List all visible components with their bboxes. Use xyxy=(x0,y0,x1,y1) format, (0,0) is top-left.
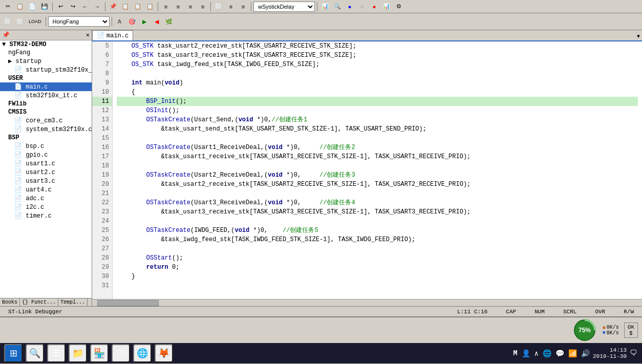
network-stats: ▲ 0K/s ▼ 0K/s xyxy=(603,325,619,336)
horizontal-scrollbar[interactable] xyxy=(92,299,642,306)
tree-item[interactable]: 📄 usart1.c xyxy=(0,159,92,168)
view2-button[interactable]: ≡ xyxy=(225,1,237,12)
tree-item[interactable]: ngFang xyxy=(0,49,92,57)
code-line: &task_usart1_receive_stk[TASK_USART1_REC… xyxy=(117,152,638,161)
taskbar-firefox[interactable]: 🦊 xyxy=(155,344,173,362)
debug3-icon[interactable]: ● xyxy=(369,1,380,12)
sidebar-tree[interactable]: ▼ STM32-DEMOngFang▶ startup📄 startup_stm… xyxy=(0,40,92,298)
code-line: return 0; xyxy=(117,263,638,272)
indent2-button[interactable]: ≡ xyxy=(173,1,184,12)
close-icon[interactable]: ✕ xyxy=(86,31,90,39)
start-button[interactable]: ⊞ xyxy=(4,344,23,362)
pin-icon[interactable]: 📌 xyxy=(2,31,10,39)
indent3-button[interactable]: ≡ xyxy=(185,1,196,12)
cut-button[interactable]: ✂ xyxy=(2,1,13,12)
tab-dropdown-arrow[interactable]: ▼ xyxy=(635,33,642,40)
tool5-button[interactable]: 🌿 xyxy=(163,16,175,27)
tree-item[interactable]: 📄 system_stm32f10x.c xyxy=(0,125,92,134)
view-button[interactable]: ⬜ xyxy=(213,1,224,12)
debug1-icon[interactable]: ● xyxy=(344,1,355,12)
ovr-status: OVR xyxy=(591,309,609,315)
view3-button[interactable]: ≡ xyxy=(238,1,249,12)
scrollbar-thumb[interactable] xyxy=(97,300,159,306)
taskbar-store[interactable]: 🏪 xyxy=(90,344,109,362)
back-button[interactable]: ← xyxy=(79,1,91,12)
taskbar-explorer[interactable]: 📁 xyxy=(69,344,87,362)
tree-item[interactable]: 📄 timer.c xyxy=(0,211,92,220)
tree-item[interactable]: CMSIS xyxy=(0,108,92,116)
clock-date: 2019-11-30 xyxy=(593,353,627,359)
tree-item[interactable]: 📄 uart4.c xyxy=(0,185,92,194)
line-number: 20 xyxy=(92,180,112,189)
project-dropdown[interactable]: HongFang xyxy=(48,16,110,27)
tree-item[interactable]: FWlib xyxy=(0,100,92,108)
function-dropdown[interactable]: wSystickDelay xyxy=(253,2,315,12)
new-file-button[interactable]: ⬜ xyxy=(2,16,13,27)
tree-item[interactable]: 📄 core_cm3.c xyxy=(0,116,92,125)
code-line: &task_usart2_receive_stk[TASK_USART2_REC… xyxy=(117,180,638,189)
undo-button[interactable]: ↩ xyxy=(55,1,66,12)
taskbar-volume-icon[interactable]: 🔊 xyxy=(580,348,591,359)
tree-item[interactable]: 📄 usart2.c xyxy=(0,168,92,177)
tab-functions[interactable]: {} Funct... xyxy=(20,298,58,306)
find-icon[interactable]: 🔍 xyxy=(332,1,343,12)
tool3-button[interactable]: ▶ xyxy=(139,16,150,27)
tree-item[interactable]: 📄 stm32f10x_it.c xyxy=(0,91,92,100)
save-button[interactable]: 💾 xyxy=(39,1,50,12)
line-number: 25 xyxy=(92,226,112,235)
tool1-button[interactable]: A xyxy=(114,16,125,27)
settings-icon[interactable]: ⚙ xyxy=(393,1,404,12)
build-icon[interactable]: 📊 xyxy=(319,1,331,12)
code-line xyxy=(117,134,638,143)
tree-item[interactable]: USER xyxy=(0,74,92,82)
tree-item[interactable]: BSP xyxy=(0,134,92,142)
tree-item[interactable]: 📄 main.c xyxy=(0,82,92,91)
tree-item[interactable]: 📄 adc.c xyxy=(0,194,92,203)
tree-item[interactable]: 📄 usart3.c xyxy=(0,177,92,185)
copy-button[interactable]: 📋 xyxy=(14,1,26,12)
taskbar-expand-icon[interactable]: ∧ xyxy=(533,348,540,359)
indent-button[interactable]: ≡ xyxy=(160,1,172,12)
taskbar-taskview[interactable]: ☰ xyxy=(47,344,66,362)
toolbar-area: ✂ 📋 📄 💾 ↩ ↪ ← → 📌 📋 📋 📋 ≡ ≡ ≡ ≡ ⬜ ≡ ≡ wS… xyxy=(0,0,642,30)
line-number: 15 xyxy=(92,134,112,143)
tab-templates[interactable]: Templ... xyxy=(58,298,88,306)
bookmark3-button[interactable]: 📋 xyxy=(132,1,143,12)
taskbar-notification[interactable]: 🗨 xyxy=(629,348,638,358)
load-button[interactable]: LOAD xyxy=(27,16,44,27)
line-number: 5 xyxy=(92,41,112,51)
tool2-button[interactable]: 🎯 xyxy=(126,16,138,27)
main-layout: 📌 ✕ ▼ STM32-DEMOngFang▶ startup📄 startup… xyxy=(0,30,642,306)
open-button[interactable]: ⬜ xyxy=(14,16,26,27)
tool4-button[interactable]: ◀ xyxy=(151,16,162,27)
code-content[interactable]: OS_STK task_usart2_receive_stk[TASK_USAR… xyxy=(113,41,642,299)
line-number: 14 xyxy=(92,124,112,134)
taskbar-search[interactable]: 🔍 xyxy=(26,344,44,362)
tree-item[interactable]: 📄 startup_stm32f10x_hd.s xyxy=(0,66,92,74)
taskbar-shield[interactable]: 🛡 xyxy=(112,344,130,362)
taskbar-m-icon: M xyxy=(512,348,518,358)
tree-item[interactable]: ▶ startup xyxy=(0,57,92,66)
tree-item[interactable]: 📄 bsp.c xyxy=(0,142,92,151)
sidebar-tabs: Books {} Funct... Templ... xyxy=(0,298,92,306)
debug2-icon[interactable]: ○ xyxy=(356,1,368,12)
editor-tab-main[interactable]: 📄 main.c xyxy=(92,30,133,40)
tree-item[interactable]: 📄 i2c.c xyxy=(0,203,92,211)
toolbar-row2: ⬜ ⬜ LOAD HongFang A 🎯 ▶ ◀ 🌿 xyxy=(0,13,642,30)
tree-item[interactable]: ▼ STM32-DEMO xyxy=(0,40,92,49)
redo-button[interactable]: ↪ xyxy=(67,1,78,12)
tree-item[interactable]: 📄 gpio.c xyxy=(0,151,92,159)
line-number: 29 xyxy=(92,263,112,272)
taskbar-browser1[interactable]: 🌐 xyxy=(133,344,152,362)
indent4-button[interactable]: ≡ xyxy=(197,1,208,12)
bookmark-button[interactable]: 📌 xyxy=(108,1,119,12)
debug4-icon[interactable]: 📊 xyxy=(381,1,392,12)
line-number: 23 xyxy=(92,207,112,217)
bookmark2-button[interactable]: 📋 xyxy=(120,1,131,12)
tab-books[interactable]: Books xyxy=(0,298,20,306)
forward-button[interactable]: → xyxy=(92,1,103,12)
taskbar: ⊞ 🔍 ☰ 📁 🏪 🛡 🌐 🦊 M 👤 ∧ 🌐 💬 📶 🔊 14:13 2019… xyxy=(0,343,642,363)
paste-button[interactable]: 📄 xyxy=(27,1,38,12)
ok-label: OK $ xyxy=(624,323,638,338)
bookmark4-button[interactable]: 📋 xyxy=(144,1,156,12)
